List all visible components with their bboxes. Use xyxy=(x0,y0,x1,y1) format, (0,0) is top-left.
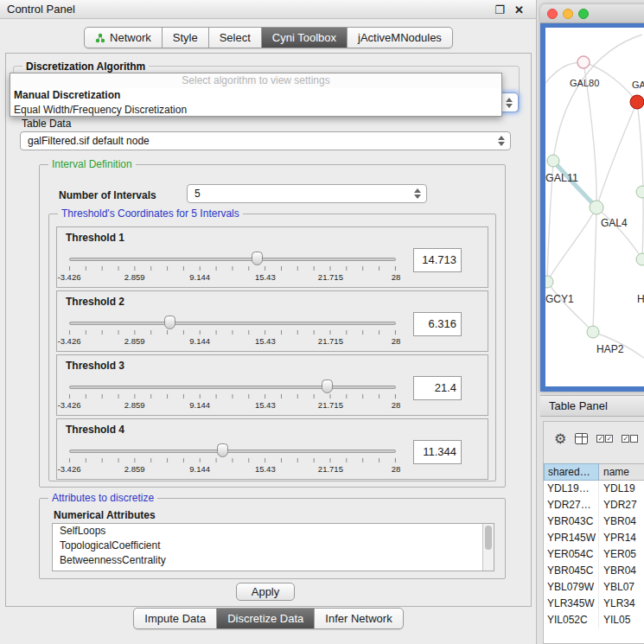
algorithm-option-equal-width[interactable]: Equal Width/Frequency Discretization xyxy=(10,103,501,118)
slider-track[interactable] xyxy=(69,322,396,325)
threshold-slider[interactable]: -3.426 2.859 9.144 15.43 21.715 28 xyxy=(69,379,396,416)
node-label: GAL4 xyxy=(601,217,628,229)
network-icon xyxy=(95,33,105,43)
table-row[interactable]: YPR145WYPR14 xyxy=(544,530,644,546)
slider-thumb[interactable] xyxy=(217,443,228,457)
table-row[interactable]: YDL19…YDL19 xyxy=(544,481,644,497)
select-all-columns-icon[interactable]: ✓✓ xyxy=(596,435,613,443)
tab-style[interactable]: Style xyxy=(162,28,208,48)
algorithm-dropdown-popup: Select algorithm to view settings Manual… xyxy=(10,73,502,117)
attributes-list[interactable]: SelfLoops TopologicalCoefficient Between… xyxy=(52,523,494,571)
tab-discretize-data[interactable]: Discretize Data xyxy=(216,609,314,628)
slider-tick-labels: -3.426 2.859 9.144 15.43 21.715 28 xyxy=(69,400,396,411)
slider-tick-labels: -3.426 2.859 9.144 15.43 21.715 28 xyxy=(69,336,396,347)
thresholds-group: Threshold's Coordinates for 5 Intervals … xyxy=(48,214,496,481)
threshold-value-field[interactable]: 14.713 xyxy=(413,248,462,272)
float-window-icon[interactable]: ❐ xyxy=(494,3,505,16)
threshold-label: Threshold 1 xyxy=(66,232,124,244)
network-canvas[interactable]: GAL80 GA GAL11 GAL4 GCY1 H HAP2 xyxy=(545,28,644,386)
node-label: HAP2 xyxy=(596,343,624,355)
tab-impute-data[interactable]: Impute Data xyxy=(134,609,216,628)
list-item[interactable]: SelfLoops xyxy=(53,524,494,539)
zoom-window-button[interactable] xyxy=(578,9,589,19)
network-node[interactable] xyxy=(636,186,644,198)
node-label: GCY1 xyxy=(545,293,574,305)
slider-track[interactable] xyxy=(69,386,396,389)
tab-network[interactable]: Network xyxy=(85,28,162,48)
node-label: GAL80 xyxy=(570,78,599,88)
table-panel-titlebar: Table Panel xyxy=(540,395,644,417)
algorithm-option-manual[interactable]: Manual Discretization xyxy=(10,88,501,103)
top-tab-bar: Network Style Select Cyni Toolbox jActiv… xyxy=(0,27,537,48)
tab-select[interactable]: Select xyxy=(208,28,261,48)
algorithm-group-title: Discretization Algorithm xyxy=(22,61,149,73)
network-window-titlebar[interactable] xyxy=(540,4,644,23)
list-item[interactable]: BetweennessCentrality xyxy=(53,553,494,568)
unselect-columns-icon[interactable]: ✓ xyxy=(622,435,638,443)
network-view-window: GAL80 GA GAL11 GAL4 GCY1 H HAP2 xyxy=(540,4,644,392)
slider-track[interactable] xyxy=(69,450,396,453)
thresholds-group-title: Threshold's Coordinates for 5 Intervals xyxy=(58,207,243,220)
slider-ticks xyxy=(69,394,396,399)
table-row[interactable]: YBL079WYBL07 xyxy=(544,579,644,596)
network-node[interactable] xyxy=(636,253,644,265)
threshold-panel-1: Threshold 1 -3.426 2.859 9.144 15.43 21.… xyxy=(56,226,488,288)
threshold-label: Threshold 3 xyxy=(66,360,124,372)
table-row[interactable]: YBR045CYBR04 xyxy=(544,563,644,579)
slider-ticks xyxy=(69,458,396,462)
table-panel-title: Table Panel xyxy=(549,396,608,417)
table-row[interactable]: YBR043CYBR04 xyxy=(544,513,644,530)
threshold-value-field[interactable]: 21.4 xyxy=(413,376,462,400)
threshold-slider[interactable]: -3.426 2.859 9.144 15.43 21.715 28 xyxy=(69,443,396,480)
table-row[interactable]: YLR345WYLR34 xyxy=(544,596,644,612)
columns-icon[interactable] xyxy=(575,433,588,444)
close-panel-icon[interactable]: ✕ xyxy=(514,3,524,16)
threshold-label: Threshold 2 xyxy=(66,296,124,308)
network-node-gal4[interactable] xyxy=(590,201,603,214)
column-header-name[interactable]: name xyxy=(599,463,644,481)
threshold-slider[interactable]: -3.426 2.859 9.144 15.43 21.715 28 xyxy=(69,252,396,288)
gear-icon[interactable]: ⚙ xyxy=(554,430,566,447)
network-node-hap2[interactable] xyxy=(587,326,599,338)
network-node-gal80[interactable] xyxy=(577,56,590,68)
tab-jactivemnodules[interactable]: jActiveMNodules xyxy=(347,28,452,48)
slider-tick-labels: -3.426 2.859 9.144 15.43 21.715 28 xyxy=(69,464,396,475)
table-data-label: Table Data xyxy=(22,118,71,130)
tab-cyni-toolbox[interactable]: Cyni Toolbox xyxy=(261,28,347,48)
list-scrollbar[interactable] xyxy=(482,524,494,571)
attributes-group: Attributes to discretize Numerical Attri… xyxy=(39,498,506,579)
table-toolbar: ⚙ ✓✓ ✓ xyxy=(544,422,644,455)
node-label: H xyxy=(637,293,644,305)
threshold-slider[interactable]: -3.426 2.859 9.144 15.43 21.715 28 xyxy=(69,316,396,352)
control-panel: Control Panel ❐ ✕ Network Style Select C… xyxy=(0,0,537,644)
bottom-tab-bar: Impute Data Discretize Data Infer Networ… xyxy=(0,608,537,629)
algorithm-placeholder: Select algorithm to view settings xyxy=(10,73,501,88)
slider-thumb[interactable] xyxy=(322,379,333,393)
close-window-button[interactable] xyxy=(547,9,558,19)
slider-ticks xyxy=(69,266,396,271)
table-header-row: shared… name xyxy=(544,463,644,481)
num-intervals-combobox[interactable]: 5 xyxy=(187,184,427,203)
threshold-value-field[interactable]: 6.316 xyxy=(413,312,462,336)
network-node-gal11[interactable] xyxy=(547,155,559,167)
column-header-shared-name[interactable]: shared… xyxy=(544,463,599,481)
table-data-combobox[interactable]: galFiltered.sif default node xyxy=(20,131,511,150)
threshold-panel-4: Threshold 4 -3.426 2.859 9.144 15.43 21.… xyxy=(56,418,488,480)
network-node-gcy1[interactable] xyxy=(545,276,553,288)
interval-group-title: Interval Definition xyxy=(48,158,136,170)
network-node-selected-red[interactable] xyxy=(630,95,644,109)
num-intervals-label: Number of Intervals xyxy=(59,189,156,201)
network-edge-highlighted[interactable] xyxy=(553,161,596,207)
apply-button[interactable]: Apply xyxy=(236,583,295,601)
minimize-window-button[interactable] xyxy=(563,9,573,19)
interval-definition-group: Interval Definition Number of Intervals … xyxy=(39,164,506,488)
list-item[interactable]: TopologicalCoefficient xyxy=(53,539,494,553)
table-row[interactable]: YIL052CYIL05 xyxy=(544,612,644,628)
tab-infer-network[interactable]: Infer Network xyxy=(314,609,402,628)
table-row[interactable]: YER054CYER05 xyxy=(544,546,644,563)
threshold-value-field[interactable]: 11.344 xyxy=(413,440,462,464)
table-row[interactable]: YDR27…YDR27 xyxy=(544,497,644,513)
slider-track[interactable] xyxy=(69,258,396,261)
slider-thumb[interactable] xyxy=(252,252,263,265)
slider-thumb[interactable] xyxy=(164,316,175,329)
